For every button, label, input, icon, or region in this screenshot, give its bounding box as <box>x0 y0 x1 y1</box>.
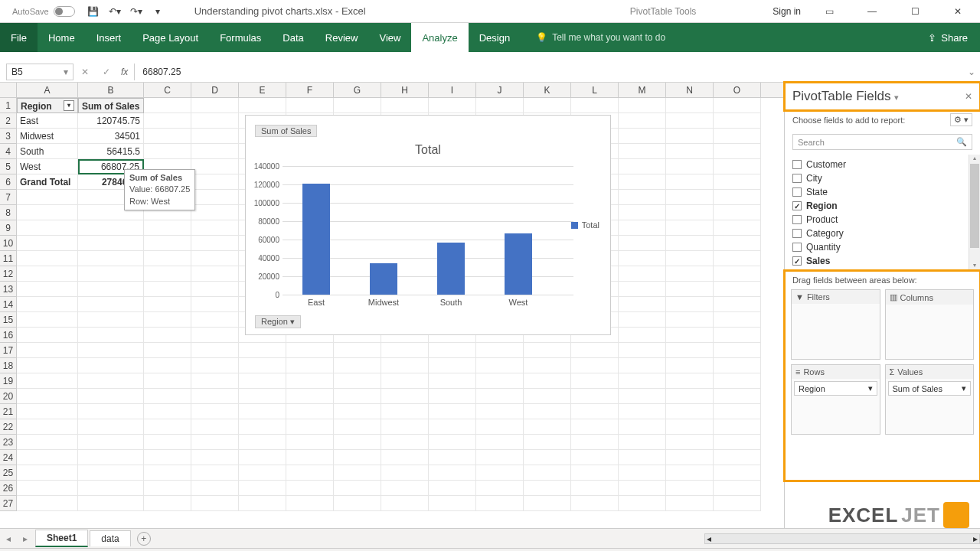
cell[interactable] <box>666 328 714 343</box>
cell[interactable] <box>191 129 239 144</box>
cell[interactable] <box>191 312 239 328</box>
cell[interactable] <box>619 358 666 373</box>
cell[interactable] <box>619 113 666 129</box>
cell[interactable] <box>666 465 714 481</box>
cell[interactable] <box>476 373 524 389</box>
cell[interactable]: Sum of Sales <box>78 98 144 113</box>
maximize-icon[interactable]: ☐ <box>900 1 929 22</box>
cell[interactable] <box>334 404 381 419</box>
cell[interactable] <box>381 343 429 358</box>
add-sheet-button[interactable]: + <box>137 532 151 546</box>
cell[interactable] <box>476 450 524 465</box>
cell[interactable] <box>191 496 239 511</box>
area-filters[interactable]: ▼Filters <box>791 289 880 360</box>
cell[interactable] <box>144 251 191 266</box>
cell[interactable] <box>429 481 476 496</box>
formula-accept-icon[interactable]: ✓ <box>100 67 113 77</box>
cell[interactable] <box>334 435 381 450</box>
cell[interactable] <box>191 358 239 373</box>
cell[interactable] <box>286 404 334 419</box>
cell[interactable] <box>191 297 239 312</box>
cell[interactable] <box>524 450 571 465</box>
cell[interactable] <box>286 496 334 511</box>
col-header[interactable]: E <box>239 83 286 97</box>
cell[interactable] <box>666 404 714 419</box>
cell[interactable] <box>714 358 761 373</box>
cell[interactable] <box>714 113 761 129</box>
cell[interactable] <box>524 419 571 435</box>
cell[interactable] <box>78 236 144 251</box>
cell[interactable] <box>17 373 78 389</box>
cell[interactable] <box>666 113 714 129</box>
cell[interactable]: West <box>17 159 78 174</box>
row-header[interactable]: 6 <box>0 174 17 190</box>
cell[interactable] <box>334 373 381 389</box>
redo-icon[interactable]: ↷▾ <box>130 5 142 18</box>
qat-dropdown-icon[interactable]: ▾ <box>152 5 164 18</box>
tab-home[interactable]: Home <box>38 23 86 52</box>
rows-pill-region[interactable]: Region▾ <box>794 381 877 396</box>
cell[interactable]: 120745.75 <box>78 113 144 129</box>
cell[interactable] <box>571 98 619 113</box>
cell[interactable] <box>286 358 334 373</box>
cell[interactable] <box>476 389 524 404</box>
cell[interactable] <box>619 419 666 435</box>
cell[interactable] <box>666 282 714 297</box>
cell[interactable] <box>619 236 666 251</box>
cell[interactable] <box>571 389 619 404</box>
row-header[interactable]: 10 <box>0 236 17 251</box>
cell[interactable] <box>524 343 571 358</box>
cell[interactable] <box>714 343 761 358</box>
cell[interactable] <box>17 297 78 312</box>
row-header[interactable]: 3 <box>0 129 17 144</box>
cell[interactable] <box>619 343 666 358</box>
cell[interactable] <box>524 465 571 481</box>
cell[interactable] <box>78 251 144 266</box>
cell[interactable] <box>144 220 191 236</box>
cell[interactable] <box>714 159 761 174</box>
cell[interactable] <box>144 297 191 312</box>
cell[interactable] <box>714 98 761 113</box>
cell[interactable] <box>619 373 666 389</box>
cell[interactable] <box>429 450 476 465</box>
tab-file[interactable]: File <box>0 23 38 52</box>
cell[interactable] <box>571 496 619 511</box>
row-header[interactable]: 19 <box>0 373 17 389</box>
cell[interactable] <box>334 343 381 358</box>
cell[interactable] <box>666 98 714 113</box>
area-rows[interactable]: ≡Rows Region▾ <box>791 364 880 435</box>
cell[interactable] <box>144 236 191 251</box>
cell[interactable] <box>78 220 144 236</box>
cell[interactable] <box>191 282 239 297</box>
cell[interactable] <box>524 98 571 113</box>
cell[interactable] <box>334 450 381 465</box>
cell[interactable] <box>191 190 239 205</box>
cell[interactable] <box>666 205 714 220</box>
cell[interactable] <box>78 481 144 496</box>
cell[interactable] <box>239 481 286 496</box>
cell[interactable] <box>714 282 761 297</box>
cell[interactable] <box>381 404 429 419</box>
cell[interactable] <box>17 419 78 435</box>
formula-expand-icon[interactable]: ⌄ <box>963 67 980 77</box>
cell[interactable] <box>78 450 144 465</box>
cell[interactable] <box>191 251 239 266</box>
cell[interactable] <box>191 113 239 129</box>
cell[interactable] <box>144 129 191 144</box>
cell[interactable] <box>239 404 286 419</box>
cell[interactable] <box>17 435 78 450</box>
cell[interactable] <box>619 435 666 450</box>
cell[interactable]: 56415.5 <box>78 144 144 159</box>
cell[interactable] <box>17 312 78 328</box>
cell[interactable] <box>191 144 239 159</box>
cell[interactable] <box>191 373 239 389</box>
autosave-toggle[interactable]: AutoSave <box>12 6 75 17</box>
cell[interactable] <box>144 450 191 465</box>
cell[interactable] <box>524 404 571 419</box>
cell[interactable] <box>714 496 761 511</box>
cell[interactable] <box>286 98 334 113</box>
cell[interactable] <box>666 373 714 389</box>
cell[interactable] <box>619 190 666 205</box>
cell[interactable]: South <box>17 144 78 159</box>
cell[interactable] <box>144 389 191 404</box>
